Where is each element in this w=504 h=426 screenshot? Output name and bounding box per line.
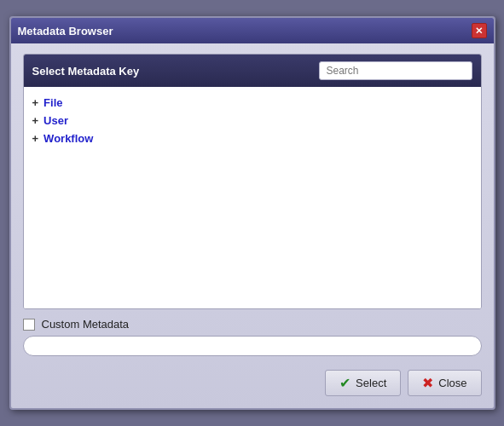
custom-metadata-input[interactable] xyxy=(23,336,482,356)
custom-metadata-row: Custom Metadata xyxy=(23,318,482,331)
select-button[interactable]: ✔ Select xyxy=(325,370,401,396)
search-input[interactable] xyxy=(319,61,472,80)
title-bar: Metadata Browser ✕ xyxy=(11,18,494,43)
tree-item-label-workflow: Workflow xyxy=(43,132,93,145)
close-button[interactable]: ✖ Close xyxy=(408,370,481,396)
tree-item-workflow[interactable]: + Workflow xyxy=(32,130,472,147)
panel-header-title: Select Metadata Key xyxy=(32,65,140,78)
button-row: ✔ Select ✖ Close xyxy=(23,365,482,398)
select-label: Select xyxy=(356,377,386,389)
expand-icon-user: + xyxy=(32,114,39,127)
tree-item-file[interactable]: + File xyxy=(32,94,472,112)
metadata-panel: Select Metadata Key + File + User + Work… xyxy=(23,54,482,309)
tree-area: + File + User + Workflow xyxy=(24,87,481,308)
expand-icon-workflow: + xyxy=(32,132,39,145)
tree-item-user[interactable]: + User xyxy=(32,112,472,130)
tree-item-label-file: File xyxy=(43,96,62,109)
dialog-title: Metadata Browser xyxy=(18,25,113,37)
panel-header: Select Metadata Key xyxy=(24,55,481,87)
metadata-browser-dialog: Metadata Browser ✕ Select Metadata Key +… xyxy=(9,16,495,410)
check-icon: ✔ xyxy=(339,375,350,391)
tree-item-label-user: User xyxy=(43,114,68,127)
custom-metadata-label: Custom Metadata xyxy=(42,318,130,331)
close-label: Close xyxy=(438,377,466,389)
dialog-body: Select Metadata Key + File + User + Work… xyxy=(11,43,494,408)
custom-metadata-checkbox[interactable] xyxy=(23,319,35,331)
title-close-button[interactable]: ✕ xyxy=(472,23,487,38)
expand-icon-file: + xyxy=(32,96,39,109)
x-icon: ✖ xyxy=(422,375,433,391)
